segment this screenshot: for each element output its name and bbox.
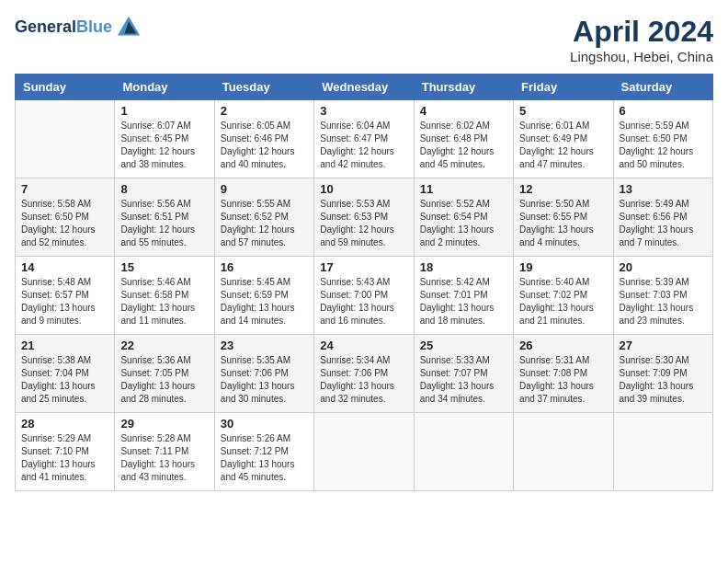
day-number: 5 — [519, 104, 607, 118]
calendar-cell: 19Sunrise: 5:40 AMSunset: 7:02 PMDayligh… — [514, 257, 613, 335]
calendar-week-row: 14Sunrise: 5:48 AMSunset: 6:57 PMDayligh… — [16, 257, 713, 335]
calendar-cell: 5Sunrise: 6:01 AMSunset: 6:49 PMDaylight… — [514, 100, 613, 178]
day-info: Sunrise: 5:36 AMSunset: 7:05 PMDaylight:… — [120, 354, 208, 406]
calendar-cell: 3Sunrise: 6:04 AMSunset: 6:47 PMDaylight… — [314, 100, 414, 178]
day-info: Sunrise: 5:43 AMSunset: 7:00 PMDaylight:… — [320, 276, 407, 327]
calendar-cell: 16Sunrise: 5:45 AMSunset: 6:59 PMDayligh… — [214, 257, 313, 335]
logo-text: GeneralBlue — [15, 18, 112, 37]
weekday-header-thursday: Thursday — [414, 75, 513, 100]
calendar-cell: 18Sunrise: 5:42 AMSunset: 7:01 PMDayligh… — [414, 257, 513, 335]
calendar-cell: 4Sunrise: 6:02 AMSunset: 6:48 PMDaylight… — [414, 100, 513, 178]
day-number: 12 — [519, 182, 607, 196]
day-number: 13 — [620, 182, 707, 196]
calendar-cell — [414, 413, 513, 491]
day-info: Sunrise: 5:35 AMSunset: 7:06 PMDaylight:… — [221, 354, 308, 406]
calendar-cell: 8Sunrise: 5:56 AMSunset: 6:51 PMDaylight… — [115, 178, 214, 257]
calendar-cell: 7Sunrise: 5:58 AMSunset: 6:50 PMDaylight… — [16, 178, 115, 257]
calendar-cell: 14Sunrise: 5:48 AMSunset: 6:57 PMDayligh… — [16, 257, 115, 335]
calendar-cell: 12Sunrise: 5:50 AMSunset: 6:55 PMDayligh… — [514, 178, 613, 257]
calendar-cell: 1Sunrise: 6:07 AMSunset: 6:45 PMDaylight… — [115, 100, 214, 178]
calendar-cell: 17Sunrise: 5:43 AMSunset: 7:00 PMDayligh… — [314, 257, 414, 335]
day-number: 8 — [120, 182, 208, 196]
day-number: 27 — [620, 339, 707, 352]
calendar-cell: 9Sunrise: 5:55 AMSunset: 6:52 PMDaylight… — [214, 178, 313, 257]
day-info: Sunrise: 5:29 AMSunset: 7:10 PMDaylight:… — [21, 432, 108, 484]
day-number: 7 — [21, 182, 108, 196]
calendar-week-row: 1Sunrise: 6:07 AMSunset: 6:45 PMDaylight… — [16, 100, 713, 178]
day-info: Sunrise: 5:52 AMSunset: 6:54 PMDaylight:… — [420, 198, 507, 249]
weekday-header-sunday: Sunday — [16, 75, 115, 100]
day-info: Sunrise: 5:56 AMSunset: 6:51 PMDaylight:… — [120, 198, 208, 249]
day-number: 17 — [320, 260, 407, 274]
calendar-week-row: 21Sunrise: 5:38 AMSunset: 7:04 PMDayligh… — [16, 335, 713, 413]
logo-icon — [116, 15, 142, 40]
calendar-cell: 26Sunrise: 5:31 AMSunset: 7:08 PMDayligh… — [514, 335, 613, 413]
month-title: April 2024 — [570, 15, 713, 49]
day-info: Sunrise: 5:30 AMSunset: 7:09 PMDaylight:… — [620, 354, 707, 406]
day-number: 18 — [420, 260, 507, 274]
calendar-week-row: 7Sunrise: 5:58 AMSunset: 6:50 PMDaylight… — [16, 178, 713, 257]
day-info: Sunrise: 5:28 AMSunset: 7:11 PMDaylight:… — [120, 432, 208, 484]
day-number: 30 — [221, 417, 308, 431]
calendar-cell: 11Sunrise: 5:52 AMSunset: 6:54 PMDayligh… — [414, 178, 513, 257]
location: Lingshou, Hebei, China — [570, 49, 713, 64]
day-number: 14 — [21, 260, 108, 274]
calendar-cell: 30Sunrise: 5:26 AMSunset: 7:12 PMDayligh… — [214, 413, 313, 491]
weekday-header-wednesday: Wednesday — [314, 75, 414, 100]
day-info: Sunrise: 5:31 AMSunset: 7:08 PMDaylight:… — [519, 354, 607, 406]
weekday-header-monday: Monday — [115, 75, 214, 100]
day-info: Sunrise: 5:42 AMSunset: 7:01 PMDaylight:… — [420, 276, 507, 327]
calendar-cell: 24Sunrise: 5:34 AMSunset: 7:06 PMDayligh… — [314, 335, 414, 413]
day-info: Sunrise: 5:59 AMSunset: 6:50 PMDaylight:… — [620, 120, 707, 171]
day-number: 4 — [420, 104, 507, 118]
weekday-header-saturday: Saturday — [613, 75, 712, 100]
weekday-header-tuesday: Tuesday — [214, 75, 313, 100]
calendar-cell — [613, 413, 712, 491]
calendar-cell: 13Sunrise: 5:49 AMSunset: 6:56 PMDayligh… — [613, 178, 712, 257]
day-info: Sunrise: 5:53 AMSunset: 6:53 PMDaylight:… — [320, 198, 407, 249]
day-number: 3 — [320, 104, 407, 118]
calendar-week-row: 28Sunrise: 5:29 AMSunset: 7:10 PMDayligh… — [16, 413, 713, 491]
day-number: 23 — [221, 339, 308, 352]
calendar-cell: 28Sunrise: 5:29 AMSunset: 7:10 PMDayligh… — [16, 413, 115, 491]
weekday-header-friday: Friday — [514, 75, 613, 100]
day-number: 25 — [420, 339, 507, 352]
day-info: Sunrise: 6:02 AMSunset: 6:48 PMDaylight:… — [420, 120, 507, 171]
day-info: Sunrise: 5:26 AMSunset: 7:12 PMDaylight:… — [221, 432, 308, 484]
day-info: Sunrise: 5:45 AMSunset: 6:59 PMDaylight:… — [221, 276, 308, 327]
calendar-cell — [16, 100, 115, 178]
calendar-table: SundayMondayTuesdayWednesdayThursdayFrid… — [15, 74, 713, 491]
day-number: 9 — [221, 182, 308, 196]
day-info: Sunrise: 5:46 AMSunset: 6:58 PMDaylight:… — [120, 276, 208, 327]
day-info: Sunrise: 5:48 AMSunset: 6:57 PMDaylight:… — [21, 276, 108, 327]
day-number: 2 — [221, 104, 308, 118]
logo: GeneralBlue — [15, 15, 142, 40]
day-number: 10 — [320, 182, 407, 196]
calendar-cell: 6Sunrise: 5:59 AMSunset: 6:50 PMDaylight… — [613, 100, 712, 178]
calendar-cell: 20Sunrise: 5:39 AMSunset: 7:03 PMDayligh… — [613, 257, 712, 335]
day-info: Sunrise: 5:40 AMSunset: 7:02 PMDaylight:… — [519, 276, 607, 327]
day-number: 6 — [620, 104, 707, 118]
page-header: GeneralBlue April 2024 Lingshou, Hebei, … — [15, 15, 713, 64]
day-info: Sunrise: 5:39 AMSunset: 7:03 PMDaylight:… — [620, 276, 707, 327]
day-number: 21 — [21, 339, 108, 352]
day-number: 1 — [120, 104, 208, 118]
day-number: 11 — [420, 182, 507, 196]
weekday-header-row: SundayMondayTuesdayWednesdayThursdayFrid… — [16, 75, 713, 100]
calendar-cell: 27Sunrise: 5:30 AMSunset: 7:09 PMDayligh… — [613, 335, 712, 413]
day-number: 24 — [320, 339, 407, 352]
day-info: Sunrise: 5:33 AMSunset: 7:07 PMDaylight:… — [420, 354, 507, 406]
calendar-cell: 22Sunrise: 5:36 AMSunset: 7:05 PMDayligh… — [115, 335, 214, 413]
calendar-cell: 15Sunrise: 5:46 AMSunset: 6:58 PMDayligh… — [115, 257, 214, 335]
day-info: Sunrise: 6:07 AMSunset: 6:45 PMDaylight:… — [120, 120, 208, 171]
day-info: Sunrise: 6:05 AMSunset: 6:46 PMDaylight:… — [221, 120, 308, 171]
day-number: 19 — [519, 260, 607, 274]
day-number: 16 — [221, 260, 308, 274]
day-number: 20 — [620, 260, 707, 274]
calendar-cell — [314, 413, 414, 491]
calendar-cell: 2Sunrise: 6:05 AMSunset: 6:46 PMDaylight… — [214, 100, 313, 178]
calendar-cell: 25Sunrise: 5:33 AMSunset: 7:07 PMDayligh… — [414, 335, 513, 413]
day-number: 15 — [120, 260, 208, 274]
day-info: Sunrise: 5:38 AMSunset: 7:04 PMDaylight:… — [21, 354, 108, 406]
day-number: 22 — [120, 339, 208, 352]
